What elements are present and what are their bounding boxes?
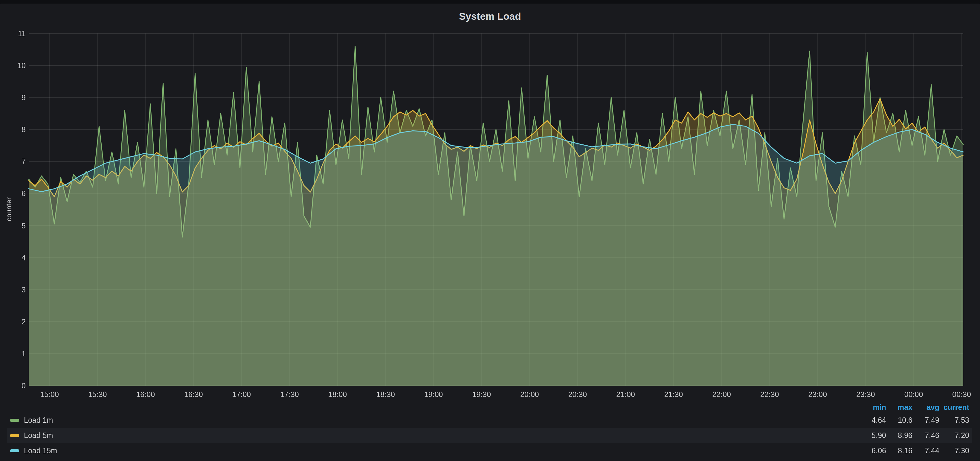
x-tick-label: 18:30 [365, 390, 407, 399]
x-tick-label: 20:30 [557, 390, 598, 399]
x-tick-label: 21:30 [652, 390, 695, 399]
y-tick-label: 3 [0, 286, 26, 294]
legend-row: Load 15m6.068.167.447.30 [7, 443, 972, 458]
legend-stat-avg: 7.44 [912, 446, 939, 455]
x-tick-label: 19:30 [461, 390, 503, 399]
legend-row: Load 1m4.6410.67.497.53 [7, 413, 972, 428]
legend-series-toggle[interactable]: Load 15m [7, 446, 856, 455]
x-tick-label: 15:30 [76, 390, 118, 399]
x-tick-label: 17:30 [269, 390, 310, 399]
grafana-panel-page: { "panel": { "title": "System Load" }, "… [0, 0, 980, 461]
legend-stat-max: 8.16 [886, 446, 912, 455]
legend: minmaxavgcurrent Load 1m4.6410.67.497.53… [7, 402, 972, 458]
x-tick-label: 16:30 [172, 390, 214, 399]
y-tick-label: 5 [0, 221, 26, 230]
y-tick-label: 9 [0, 93, 26, 102]
legend-row: Load 5m5.908.967.467.20 [7, 428, 972, 443]
x-tick-label: 17:00 [221, 390, 262, 399]
legend-stat-current: 7.20 [939, 431, 969, 440]
x-tick-label: 15:00 [29, 390, 70, 399]
y-axis-label: counter [5, 197, 13, 221]
legend-stat-min: 6.06 [856, 446, 886, 455]
y-tick-label: 6 [0, 189, 26, 198]
y-tick-label: 0 [0, 382, 26, 390]
x-tick-label: 18:00 [317, 390, 358, 399]
legend-stat-avg: 7.49 [912, 416, 939, 424]
legend-stat-max: 8.96 [886, 431, 912, 440]
series-name: Load 1m [24, 416, 53, 424]
x-tick-label: 23:30 [845, 390, 886, 399]
y-tick-label: 10 [0, 61, 26, 70]
legend-series-toggle[interactable]: Load 5m [7, 431, 856, 440]
y-tick-label: 1 [0, 350, 26, 358]
series-name: Load 5m [24, 431, 53, 440]
legend-rows: Load 1m4.6410.67.497.53Load 5m5.908.967.… [7, 413, 972, 458]
legend-stat-min: 5.90 [856, 431, 886, 440]
legend-series-toggle[interactable]: Load 1m [7, 416, 856, 424]
x-tick-label: 22:30 [749, 390, 791, 399]
legend-stat-current: 7.30 [939, 446, 969, 455]
y-tick-label: 2 [0, 318, 26, 326]
y-tick-label: 8 [0, 125, 26, 134]
x-tick-label: 16:00 [125, 390, 167, 399]
legend-header-current[interactable]: current [939, 403, 969, 412]
legend-stat-current: 7.53 [939, 416, 969, 424]
x-tick-label: 00:30 [941, 390, 980, 399]
y-tick-label: 4 [0, 254, 26, 262]
x-tick-label: 19:00 [412, 390, 454, 399]
series-color-swatch-icon [10, 434, 19, 437]
x-tick-label: 21:00 [605, 390, 647, 399]
legend-header-min[interactable]: min [856, 403, 886, 412]
series-color-swatch-icon [10, 449, 19, 452]
legend-stat-avg: 7.46 [912, 431, 939, 440]
series-color-swatch-icon [10, 419, 19, 422]
legend-stat-min: 4.64 [856, 416, 886, 424]
series-name: Load 15m [24, 446, 57, 455]
y-tick-label: 7 [0, 157, 26, 165]
x-tick-label: 20:00 [509, 390, 550, 399]
y-tick-label: 11 [0, 29, 26, 38]
x-tick-label: 00:00 [893, 390, 935, 399]
x-tick-label: 22:00 [701, 390, 743, 399]
legend-header-avg[interactable]: avg [912, 403, 939, 412]
legend-stat-max: 10.6 [886, 416, 912, 424]
legend-header-max[interactable]: max [886, 403, 912, 412]
x-tick-label: 23:00 [797, 390, 838, 399]
legend-header-row: minmaxavgcurrent [7, 402, 972, 413]
